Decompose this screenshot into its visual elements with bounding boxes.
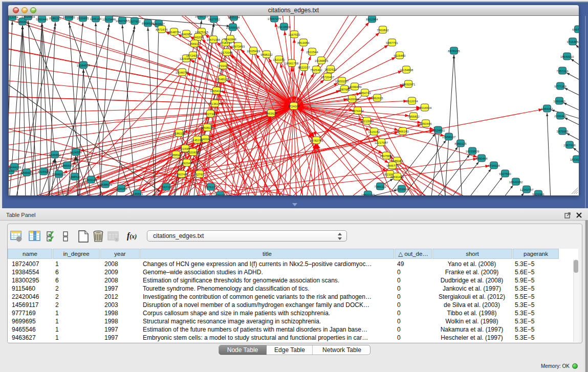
svg-text:11325419: 11325419 [247,50,260,53]
svg-text:1588520: 1588520 [69,176,81,179]
svg-text:9329966: 9329966 [532,193,545,196]
svg-text:1362615: 1362615 [371,97,383,100]
svg-text:16099489: 16099489 [348,85,362,89]
svg-text:7515526: 7515526 [37,170,50,173]
svg-text:9457791: 9457791 [386,41,398,45]
svg-text:2020655: 2020655 [77,17,89,20]
svg-text:16782759: 16782759 [310,139,323,142]
svg-text:2935114: 2935114 [228,16,241,19]
svg-text:22420046: 22420046 [345,98,359,101]
svg-text:1691440: 1691440 [553,100,565,103]
svg-text:6734028: 6734028 [488,164,500,167]
svg-text:8813054: 8813054 [297,41,310,45]
svg-text:16648784: 16648784 [167,31,181,34]
svg-text:16782759: 16782759 [195,16,209,18]
svg-text:10807487: 10807487 [116,19,129,23]
svg-text:1527602: 1527602 [193,173,206,176]
svg-text:9463627: 9463627 [265,112,277,115]
svg-text:15751074: 15751074 [213,194,227,196]
svg-text:15692971: 15692971 [402,83,416,86]
svg-text:2036446: 2036446 [554,115,567,118]
svg-text:12505135: 12505135 [201,126,214,129]
svg-text:9465546: 9465546 [61,164,73,167]
svg-text:16033809: 16033809 [466,150,480,153]
svg-text:8215955: 8215955 [63,16,75,19]
svg-text:7625402: 7625402 [310,69,322,72]
svg-text:9242848: 9242848 [224,38,236,41]
svg-text:7663822: 7663822 [377,29,389,32]
svg-text:10973493: 10973493 [231,45,245,48]
svg-text:9463627: 9463627 [153,23,165,26]
svg-text:1640954: 1640954 [180,33,192,36]
svg-text:12213967: 12213967 [360,120,374,123]
svg-text:9084067: 9084067 [541,107,553,111]
svg-text:8471676: 8471676 [156,28,168,31]
svg-text:10807487: 10807487 [175,173,189,176]
svg-text:10975867: 10975867 [380,155,394,158]
svg-text:10688609: 10688609 [99,183,113,186]
svg-text:9227349: 9227349 [204,113,216,116]
svg-text:8454749: 8454749 [359,92,371,95]
svg-text:7632621: 7632621 [324,68,337,71]
svg-text:14136141: 14136141 [208,102,222,105]
svg-text:18300295: 18300295 [570,158,579,161]
svg-text:19166825: 19166825 [315,59,329,62]
svg-text:15720407: 15720407 [321,76,335,79]
svg-text:9245652: 9245652 [49,154,61,157]
svg-text:8960125: 8960125 [454,142,467,145]
svg-text:12923446: 12923446 [102,18,116,21]
svg-text:2803144: 2803144 [85,179,97,182]
svg-text:18640910: 18640910 [560,55,574,58]
svg-text:5350446: 5350446 [420,122,432,125]
svg-text:10654112: 10654112 [210,90,224,93]
svg-text:17016504: 17016504 [418,106,432,110]
svg-text:5350446: 5350446 [36,18,48,21]
svg-text:19218506: 19218506 [277,26,291,29]
svg-text:1621072: 1621072 [273,58,285,61]
svg-text:3267110: 3267110 [161,186,173,189]
svg-text:1724007: 1724007 [288,105,300,108]
svg-text:9327500: 9327500 [499,172,511,176]
svg-text:3716485: 3716485 [567,40,579,43]
svg-text:2367608: 2367608 [563,144,576,147]
svg-text:3170046: 3170046 [221,51,233,54]
svg-text:7366322: 7366322 [374,185,386,188]
svg-text:3875685: 3875685 [556,130,569,133]
svg-text:17957275: 17957275 [268,17,281,20]
svg-text:16154808: 16154808 [400,69,413,72]
svg-text:3427552: 3427552 [208,18,220,21]
svg-text:8990448: 8990448 [475,157,488,160]
svg-text:20691406: 20691406 [390,176,404,179]
svg-text:18724007: 18724007 [186,54,200,57]
svg-text:8878335: 8878335 [448,50,460,53]
svg-text:2522544: 2522544 [306,51,318,54]
svg-text:6466160: 6466160 [397,130,409,133]
svg-text:16543382: 16543382 [509,181,523,184]
svg-text:11548108: 11548108 [215,78,229,81]
svg-text:9845773: 9845773 [386,164,399,167]
svg-text:10958107: 10958107 [442,136,456,139]
svg-text:7955812: 7955812 [407,115,420,118]
svg-text:6497568: 6497568 [572,28,579,31]
svg-text:2020655: 2020655 [187,151,199,154]
svg-text:1612074: 1612074 [406,100,418,103]
svg-text:18524851: 18524851 [431,129,445,132]
svg-text:1527602: 1527602 [128,20,141,23]
svg-text:12342757: 12342757 [520,188,534,191]
svg-text:1145194: 1145194 [90,17,102,20]
svg-text:1615152: 1615152 [368,130,380,134]
svg-text:10653267: 10653267 [335,80,349,83]
svg-text:6679197: 6679197 [205,186,217,189]
svg-text:8186323: 8186323 [49,17,61,20]
svg-text:3226058: 3226058 [115,187,127,190]
svg-text:17359934: 17359934 [395,188,409,191]
svg-text:7357224: 7357224 [556,70,569,73]
svg-text:746206: 746206 [193,36,204,39]
svg-text:10671355: 10671355 [207,38,221,41]
svg-text:14569117: 14569117 [188,42,202,46]
svg-text:8322037: 8322037 [298,66,310,69]
svg-text:1167533: 1167533 [289,33,301,36]
svg-text:9777169: 9777169 [554,85,567,88]
svg-text:3624554: 3624554 [70,151,82,154]
svg-text:18807249: 18807249 [361,193,375,196]
